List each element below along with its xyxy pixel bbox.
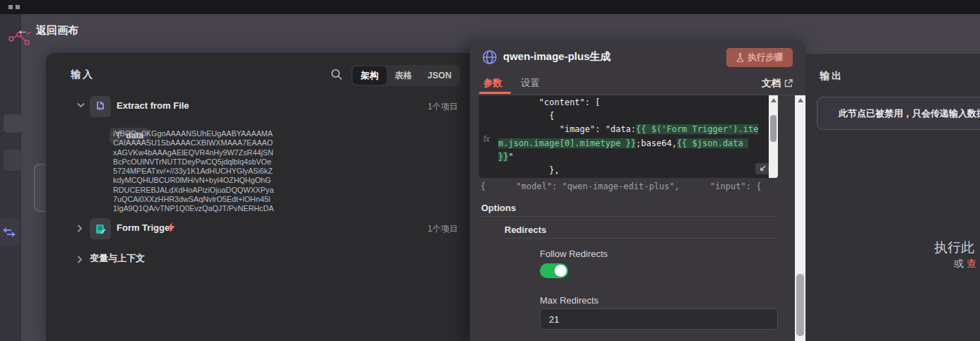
expression-segment: {{ $('Form Trigger').ite [636, 124, 758, 134]
node-title: qwen-image-plus生成 [503, 50, 611, 64]
divider [479, 216, 778, 217]
max-redirects-label: Max Redirects [540, 295, 598, 306]
tab-table[interactable]: 表格 [386, 66, 420, 85]
external-link-icon [784, 79, 793, 88]
panel-scrollbar[interactable] [795, 95, 805, 341]
window-square-icon [8, 5, 13, 9]
flask-icon [736, 53, 744, 62]
execute-step-button[interactable]: 执行步骤 [726, 48, 793, 67]
chevron-down-icon[interactable] [77, 102, 85, 108]
tab-parameters[interactable]: 参数 [483, 77, 502, 90]
back-label[interactable]: 返回画布 [36, 24, 78, 37]
tab-schema[interactable]: 架构 [353, 66, 386, 85]
background-node-tile [4, 114, 22, 133]
input-node-row-form-trigger[interactable]: Form Trigger 1个项目 [46, 220, 470, 243]
back-arrow-icon[interactable]: ← [17, 23, 29, 37]
power-icon [829, 107, 830, 119]
expression-segment: m.json.image[0].mimetype }} [498, 138, 636, 148]
input-node-row-extract-from-file[interactable]: Extract from File 1个项目 [46, 98, 470, 121]
variables-context-label[interactable]: 变量与上下文 [90, 252, 145, 265]
search-icon[interactable] [331, 68, 345, 83]
tab-settings[interactable]: 设置 [521, 77, 540, 90]
node-name[interactable]: Form Trigger [117, 222, 173, 233]
app-window: ← 返回画布 输入 架构 表格 JSON [0, 0, 980, 341]
os-top-bar [0, 0, 980, 14]
output-panel: 输出 此节点已被禁用，只会传递输入数据 执行此 或 查 [805, 54, 980, 341]
fx-gutter-label: fx [483, 134, 490, 144]
max-redirects-input[interactable] [540, 309, 778, 330]
extract-from-file-node-icon [90, 96, 111, 117]
expression-segment: }} [498, 152, 508, 162]
output-panel-title: 输出 [820, 70, 844, 83]
editor-scrollbar-thumb[interactable] [770, 115, 777, 142]
follow-redirects-label: Follow Redirects [540, 249, 608, 259]
editor-scrollbar[interactable] [769, 95, 778, 178]
editor-code[interactable]: "content": [ { "image": "data:{{ $('Form… [498, 96, 769, 177]
input-panel-title: 输入 [71, 68, 95, 81]
options-title: Options [481, 203, 516, 213]
item-count-badge: 1个项目 [427, 223, 458, 235]
scroll-up-arrow-icon[interactable] [771, 98, 777, 102]
swap-arrows-icon [2, 227, 16, 238]
active-tab-underline [479, 92, 511, 94]
execute-hint-title: 执行此 [934, 239, 974, 257]
globe-icon [482, 49, 497, 65]
chevron-right-icon[interactable] [77, 225, 83, 232]
tab-json[interactable]: JSON [420, 66, 459, 85]
background-node-tile [0, 217, 20, 247]
field-value-base64[interactable]: iVBORw0KGgoAAAANSUhEUgAABYAAAAMACAIAAAAS… [113, 129, 274, 215]
expression-result-preview: { "model": "qwen-image-edit-plus", "inpu… [480, 181, 778, 193]
node-disabled-notice: 此节点已被禁用，只会传递输入数据 [817, 97, 980, 130]
execute-step-label: 执行步骤 [748, 52, 784, 64]
scroll-up-arrow-icon[interactable] [798, 98, 803, 102]
expression-segment: {{ $json.data [677, 138, 748, 148]
node-name[interactable]: Extract from File [117, 100, 189, 111]
canvas-left-strip [0, 14, 21, 341]
redirects-group-title: Redirects [504, 225, 546, 235]
chevron-right-icon[interactable] [77, 256, 83, 263]
background-panel-fragment [34, 164, 47, 212]
panel-scrollbar-thumb[interactable] [796, 274, 804, 336]
expand-editor-button[interactable] [755, 163, 769, 174]
back-to-canvas[interactable]: ← 返回画布 [17, 23, 78, 37]
toggle-knob[interactable] [555, 265, 567, 277]
docs-label[interactable]: 文档 [762, 77, 781, 90]
variables-context-row[interactable]: 变量与上下文 [46, 251, 470, 265]
node-detail-panel: qwen-image-plus生成 执行步骤 参数 设置 文档 fx "cont… [470, 41, 805, 341]
trigger-bolt-icon [167, 222, 175, 232]
form-trigger-node-icon [90, 218, 111, 239]
view-mode-tabs: 架构 表格 JSON [351, 65, 460, 86]
input-panel: 输入 架构 表格 JSON Extract from File [46, 53, 470, 341]
hint-link[interactable]: 查 [967, 258, 976, 269]
item-count-badge: 1个项目 [427, 101, 458, 113]
follow-redirects-toggle[interactable] [540, 263, 568, 278]
window-square-icon [16, 5, 20, 9]
disabled-notice-text: 此节点已被禁用，只会传递输入数据 [839, 107, 980, 120]
expression-editor[interactable]: fx "content": [ { "image": "data:{{ $('F… [479, 95, 778, 178]
divider [504, 238, 778, 239]
execute-hint-secondary: 或 查 [954, 258, 976, 270]
background-node-tile [4, 150, 22, 171]
docs-link[interactable]: 文档 [762, 77, 793, 90]
